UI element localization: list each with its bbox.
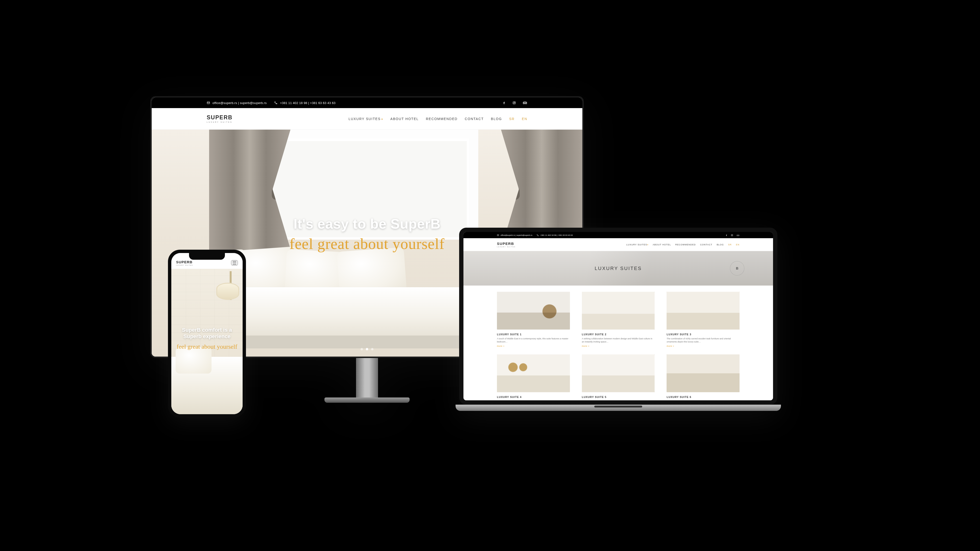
more-link[interactable]: more » xyxy=(667,345,740,347)
suite-card[interactable]: LUXURY SUITE 1A touch of Middle East in … xyxy=(497,292,570,349)
carousel-dot[interactable] xyxy=(366,348,368,350)
instagram-icon[interactable] xyxy=(731,234,733,236)
phone-body: SUPERB LUXURY SUITES SuperB comfort is a… xyxy=(168,250,246,418)
nav-item-blog[interactable]: BLOG xyxy=(491,117,502,121)
lang-switch-en[interactable]: EN xyxy=(522,117,527,121)
contact-emails[interactable]: office@superb.rs | superb@superb.rs xyxy=(212,101,267,105)
suite-image[interactable] xyxy=(582,292,655,330)
hero-carousel[interactable]: SuperB comfort is a Superb experience fe… xyxy=(171,269,243,414)
facebook-icon[interactable] xyxy=(503,101,506,105)
brand-name: SUPERB xyxy=(176,260,193,264)
suite-card[interactable]: LUXURY SUITE 6 xyxy=(667,354,740,400)
suite-title: LUXURY SUITE 1 xyxy=(497,333,570,336)
monitor-neck xyxy=(356,358,378,397)
suite-title: LUXURY SUITE 3 xyxy=(667,333,740,336)
main-nav: SUPERB LUXURY SUITES LUXURY SUITES▾ABOUT… xyxy=(463,238,773,251)
social-links xyxy=(503,101,527,105)
suite-title: LUXURY SUITE 6 xyxy=(667,395,740,399)
nav-item-about-hotel[interactable]: ABOUT HOTEL xyxy=(390,117,419,121)
mail-icon xyxy=(497,234,499,236)
social-links xyxy=(725,234,740,236)
nav-links: LUXURY SUITES▾ABOUT HOTELRECOMMENDEDCONT… xyxy=(626,243,740,246)
brand-name: SUPERB xyxy=(207,114,232,121)
lang-switch-en[interactable]: EN xyxy=(736,243,740,246)
lang-switch-sr[interactable]: SR xyxy=(509,117,515,121)
chevron-down-icon: ▾ xyxy=(647,244,648,246)
more-link[interactable]: more » xyxy=(497,345,570,347)
brand-tagline: LUXURY SUITES xyxy=(176,265,193,266)
hero-subhead: feel great about yourself xyxy=(175,343,239,350)
mail-icon xyxy=(207,101,210,105)
suite-card[interactable]: LUXURY SUITE 4 xyxy=(497,354,570,400)
more-link[interactable]: more » xyxy=(582,345,655,347)
nav-item-recommended[interactable]: RECOMMENDED xyxy=(426,117,458,121)
hero-headline: It's easy to be SuperB xyxy=(290,216,445,232)
brand-logo[interactable]: SUPERB LUXURY SUITES xyxy=(497,241,516,248)
nav-item-luxury-suites[interactable]: LUXURY SUITES▾ xyxy=(348,117,383,121)
brand-tagline: LUXURY SUITES xyxy=(497,246,516,248)
lang-switch-sr[interactable]: SR xyxy=(728,243,732,246)
brand-tagline: LUXURY SUITES xyxy=(207,121,232,123)
hero-subhead: feel great about yourself xyxy=(290,235,445,252)
floor-lamp xyxy=(213,271,239,324)
monitor-base xyxy=(325,397,410,403)
brand-logo[interactable]: SUPERB LUXURY SUITES xyxy=(207,115,232,123)
suite-image[interactable] xyxy=(497,292,570,330)
main-nav: SUPERB LUXURY SUITES LUXURY SUITES▾ABOUT… xyxy=(152,108,582,130)
tripadvisor-icon[interactable] xyxy=(523,101,527,105)
nav-item-luxury-suites[interactable]: LUXURY SUITES▾ xyxy=(626,243,648,246)
carousel-dots[interactable] xyxy=(361,348,374,350)
suite-description: The combination of richly carved wooden … xyxy=(667,337,740,343)
brand-logo[interactable]: SUPERB LUXURY SUITES xyxy=(176,260,193,266)
suite-title: LUXURY SUITE 4 xyxy=(497,395,570,399)
suite-card[interactable]: LUXURY SUITE 2A striking collaboration b… xyxy=(582,292,655,349)
nav-item-blog[interactable]: BLOG xyxy=(717,243,724,246)
nav-links: LUXURY SUITES▾ABOUT HOTELRECOMMENDEDCONT… xyxy=(348,117,527,121)
svg-point-7 xyxy=(526,103,527,103)
nav-item-contact[interactable]: CONTACT xyxy=(700,243,712,246)
svg-point-12 xyxy=(738,235,739,236)
phone-notch xyxy=(189,253,225,260)
contact-phones[interactable]: +381 11 402 18 98 | +381 63 63 43 63 xyxy=(280,101,336,105)
carousel-dot[interactable] xyxy=(371,348,374,350)
facebook-icon[interactable] xyxy=(725,234,728,236)
svg-point-3 xyxy=(515,102,515,102)
suite-description: A touch of Middle East in a contemporary… xyxy=(497,337,570,343)
suite-image[interactable] xyxy=(497,354,570,392)
svg-point-2 xyxy=(514,102,515,103)
svg-point-10 xyxy=(732,235,732,235)
laptop-base xyxy=(455,405,781,411)
instagram-icon[interactable] xyxy=(512,101,516,105)
suite-card[interactable]: LUXURY SUITE 5 xyxy=(582,354,655,400)
contact-info: office@superb.rs | superb@superb.rs +381… xyxy=(207,101,336,105)
chevron-down-icon: ▾ xyxy=(381,118,383,121)
phone-viewport: SUPERB LUXURY SUITES SuperB comfort is a… xyxy=(171,253,243,414)
phone-icon xyxy=(274,101,278,105)
tripadvisor-icon[interactable] xyxy=(737,234,740,236)
brand-name: SUPERB xyxy=(497,241,516,246)
carousel-dot[interactable] xyxy=(361,348,363,350)
suite-image[interactable] xyxy=(582,354,655,392)
svg-point-6 xyxy=(523,103,524,103)
hamburger-menu-icon[interactable] xyxy=(231,260,238,265)
contact-emails[interactable]: office@superb.rs | superb@superb.rs xyxy=(501,234,532,236)
suite-image[interactable] xyxy=(667,354,740,392)
contact-phones[interactable]: +381 11 402 18 98 | +381 63 63 43 63 xyxy=(540,234,573,236)
nav-item-about-hotel[interactable]: ABOUT HOTEL xyxy=(653,243,671,246)
nav-item-recommended[interactable]: RECOMMENDED xyxy=(675,243,696,246)
contact-info: office@superb.rs | superb@superb.rs +381… xyxy=(497,234,573,236)
phone-mockup: SUPERB LUXURY SUITES SuperB comfort is a… xyxy=(168,250,246,418)
laptop-viewport: office@superb.rs | superb@superb.rs +381… xyxy=(459,228,777,405)
page-title: LUXURY SUITES xyxy=(595,266,642,271)
suite-card[interactable]: LUXURY SUITE 3The combination of richly … xyxy=(667,292,740,349)
phone-icon xyxy=(537,234,539,236)
svg-point-11 xyxy=(737,235,738,236)
nav-item-contact[interactable]: CONTACT xyxy=(465,117,484,121)
hero-title: It's easy to be SuperB feel great about … xyxy=(290,216,445,252)
page-hero: LUXURY SUITES B xyxy=(463,251,773,286)
suite-image[interactable] xyxy=(667,292,740,330)
pillow xyxy=(176,347,212,373)
suite-title: LUXURY SUITE 2 xyxy=(582,333,655,336)
contact-bar: office@superb.rs | superb@superb.rs +381… xyxy=(152,98,582,108)
suite-title: LUXURY SUITE 5 xyxy=(582,395,655,399)
